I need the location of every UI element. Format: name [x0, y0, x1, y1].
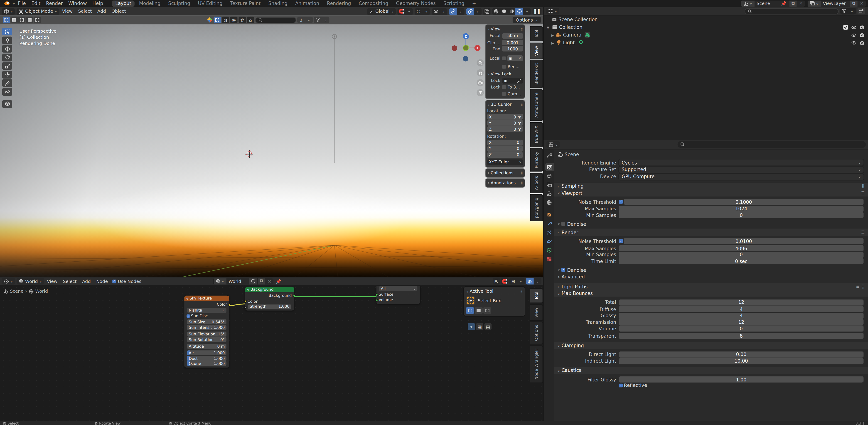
- clip-start-field[interactable]: 0.001: [502, 40, 523, 45]
- disable-render-camera-icon[interactable]: [860, 25, 865, 30]
- shader-toggle-2[interactable]: ▦: [476, 323, 483, 330]
- world-name-field[interactable]: World: [226, 278, 248, 284]
- filter-funnel-icon[interactable]: [314, 17, 321, 23]
- view-layer-name-field[interactable]: ViewLayer: [821, 0, 849, 6]
- collapse-icon[interactable]: ∨: [487, 27, 490, 31]
- tab-object[interactable]: [544, 211, 554, 218]
- ortho-grid-button[interactable]: [476, 89, 484, 96]
- outliner-row-light[interactable]: ▶ Light: [544, 39, 868, 47]
- shader-toggle-1[interactable]: ▾: [468, 323, 475, 330]
- tool-transform-button[interactable]: [2, 70, 12, 78]
- properties-search-input[interactable]: [678, 141, 866, 148]
- tab-object-data[interactable]: [544, 246, 554, 254]
- keying-dropdown[interactable]: ∨: [305, 17, 313, 23]
- tool-cursor-button[interactable]: [2, 36, 12, 44]
- collapse-icon[interactable]: ∨: [487, 72, 490, 75]
- tool-select-box-button[interactable]: [2, 28, 12, 35]
- shader-menu-select[interactable]: Select: [60, 279, 80, 284]
- cursor-rot-z-field[interactable]: Z0°: [487, 152, 523, 157]
- overlays-dropdown[interactable]: ∨: [474, 8, 482, 14]
- shader-editor-type-button[interactable]: ∨: [2, 278, 15, 284]
- scene-browse-button[interactable]: ∨: [741, 0, 754, 6]
- time-limit-field[interactable]: 0 sec: [619, 258, 864, 264]
- tool-mode-new-button[interactable]: [466, 307, 474, 314]
- caustics-reflective-checkbox[interactable]: [619, 383, 623, 387]
- focal-field[interactable]: 50 m: [502, 33, 523, 38]
- shader-menu-view[interactable]: View: [44, 279, 60, 284]
- gizmo-axis-x[interactable]: X: [474, 45, 480, 51]
- select-mode-new-button[interactable]: [3, 17, 10, 23]
- tab-scene[interactable]: [544, 190, 554, 198]
- keying-icon[interactable]: ⚷: [297, 17, 305, 23]
- blender-logo-icon[interactable]: [3, 0, 10, 6]
- editor-type-button[interactable]: ∨: [2, 8, 15, 14]
- snap-magnet-icon[interactable]: 🧲: [397, 8, 405, 14]
- socket-volume-in[interactable]: [375, 299, 378, 302]
- viewport-menu-object[interactable]: Object: [109, 9, 129, 14]
- expand-icon[interactable]: ∨: [487, 182, 490, 184]
- pin-icon[interactable]: 📌: [276, 279, 281, 284]
- shader-tab-node-wrangler[interactable]: Node Wrangler: [530, 345, 543, 383]
- pin-icon[interactable]: 📌: [779, 0, 789, 6]
- transmission-bounces-field[interactable]: 12: [619, 319, 864, 325]
- hide-eye-icon[interactable]: [851, 25, 857, 30]
- disable-render-camera-icon[interactable]: [860, 32, 865, 37]
- air-field[interactable]: Air1.000: [187, 351, 226, 355]
- show-object-types-icon[interactable]: [432, 8, 439, 14]
- world-browse-button[interactable]: ∨: [213, 278, 226, 284]
- side-tab-a-tools[interactable]: A-Tools: [530, 173, 543, 193]
- workspace-tab-scripting[interactable]: Scripting: [440, 0, 468, 6]
- shader-tab-view[interactable]: View: [530, 304, 543, 321]
- tab-world[interactable]: [544, 199, 554, 207]
- background-node-header[interactable]: ∨ Background: [245, 287, 294, 292]
- asset-search-input[interactable]: [255, 17, 297, 23]
- filter-glossy-field[interactable]: 1.00: [619, 376, 864, 383]
- viewport-denoise-collapse[interactable]: ∨ Denoise: [554, 220, 868, 227]
- shading-rendered-icon[interactable]: [515, 8, 523, 14]
- socket-surface-in[interactable]: [375, 293, 378, 296]
- presets-icon[interactable]: ☰: [856, 284, 860, 289]
- side-tab-tool[interactable]: Tool: [530, 27, 543, 41]
- workspace-tab-rendering[interactable]: Rendering: [323, 0, 354, 6]
- proportional-dropdown[interactable]: ∨: [422, 8, 430, 14]
- cursor-loc-x-field[interactable]: X0 m: [487, 114, 523, 120]
- sun-size-field[interactable]: Sun Size0.545°: [187, 320, 226, 324]
- render-denoise-checkbox[interactable]: [562, 268, 565, 272]
- collapse-icon[interactable]: ∨: [487, 102, 490, 106]
- node-sky-texture[interactable]: ∨ Sky Texture Color Nishita∨ Sun Disc Su…: [184, 296, 229, 367]
- viewport-denoise-checkbox[interactable]: [562, 222, 565, 226]
- xray-toggle[interactable]: [483, 8, 491, 14]
- sun-elevation-field[interactable]: Sun Elevation15°: [187, 332, 226, 336]
- gizmo-axis-z[interactable]: Z: [463, 33, 469, 39]
- panel-grip-icon[interactable]: ⣿: [521, 181, 523, 184]
- expand-icon[interactable]: ∨: [487, 172, 490, 174]
- tool-mode-extend-button[interactable]: [475, 307, 483, 314]
- select-mode-extend-button[interactable]: [10, 17, 18, 23]
- fake-user-button[interactable]: [248, 278, 257, 284]
- menu-help[interactable]: Help: [90, 0, 106, 7]
- tool-measure-button[interactable]: [2, 88, 12, 95]
- panel-grip-icon[interactable]: ⣿: [521, 102, 523, 106]
- transform-orientation-dropdown[interactable]: Global ∨: [367, 8, 396, 14]
- vp-max-samples-field[interactable]: 1024: [619, 206, 864, 212]
- altitude-field[interactable]: Altitude0 m: [187, 344, 226, 348]
- copy-datablock-button[interactable]: ⧉: [257, 278, 266, 284]
- shader-editor[interactable]: ∨ World ∨ View Select Add Node Use Nodes…: [0, 277, 543, 421]
- new-view-layer-button[interactable]: ⧉: [849, 0, 858, 6]
- cursor-loc-z-field[interactable]: Z0 m: [487, 126, 523, 131]
- tab-output[interactable]: [544, 172, 554, 180]
- filter-funnel-icon[interactable]: [840, 8, 848, 14]
- shader-menu-add[interactable]: Add: [80, 279, 93, 284]
- output-target-dropdown[interactable]: All∨: [379, 286, 417, 291]
- render-engine-dropdown[interactable]: Cycles∨: [619, 159, 864, 165]
- shader-tab-options[interactable]: Options: [530, 322, 543, 344]
- asset-toggle-1[interactable]: [214, 17, 221, 23]
- exclude-checkbox[interactable]: [843, 25, 848, 30]
- outliner-editor-type-button[interactable]: ∨: [546, 8, 559, 14]
- side-tab-blenderkit[interactable]: BlenderKit: [530, 60, 543, 88]
- glossy-bounces-field[interactable]: 4: [619, 313, 864, 319]
- sky-type-dropdown[interactable]: Nishita∨: [187, 308, 226, 313]
- delete-scene-button[interactable]: ✕: [797, 0, 805, 6]
- properties-editor-type-button[interactable]: ∨: [547, 141, 560, 148]
- show-gizmo-icon[interactable]: [449, 8, 457, 14]
